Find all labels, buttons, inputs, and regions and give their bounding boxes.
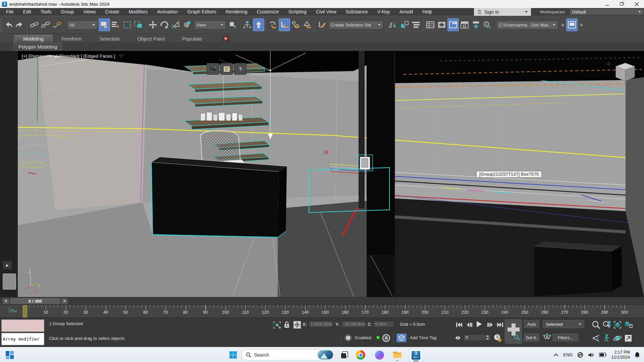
rectangular-selection-region-button[interactable]	[121, 18, 133, 31]
align-button[interactable]	[399, 18, 410, 31]
shelf-items[interactable]	[201, 112, 243, 121]
maxscript-mini-listener[interactable]	[1, 319, 44, 332]
menu-animation[interactable]: Animation	[152, 8, 182, 16]
redo-button[interactable]	[14, 18, 25, 31]
menu-help[interactable]: Help	[418, 8, 437, 16]
render-button[interactable]	[566, 18, 578, 31]
unlink-selection-icon[interactable]	[40, 18, 51, 31]
language-indicator[interactable]: ENG	[563, 352, 573, 357]
ribbon-tab-object-paint[interactable]: Object Paint	[128, 35, 173, 42]
selected-set-dropdown[interactable]: Selected	[543, 320, 584, 328]
edit-named-selection-sets-button[interactable]	[316, 18, 327, 31]
search-box[interactable]: Search	[241, 349, 335, 360]
start-button[interactable]	[227, 349, 239, 361]
color-swatch[interactable]	[3, 274, 16, 290]
menu-views[interactable]: Views	[78, 8, 100, 16]
render-setup-button[interactable]	[470, 18, 482, 31]
ribbon-tab-selection[interactable]: Selection	[91, 35, 129, 42]
selection-filter-dropdown[interactable]: All	[67, 20, 98, 29]
select-object-button[interactable]	[99, 18, 110, 31]
menu-customize[interactable]: Customize	[252, 8, 283, 16]
menu-group[interactable]: Group	[56, 8, 78, 16]
select-and-place-button[interactable]	[181, 18, 193, 31]
track-bar[interactable]: 0102030405060708090100110120130140150160…	[0, 305, 644, 318]
zoom-extents-icon[interactable]	[613, 320, 622, 329]
reference-coordinate-dropdown[interactable]: View	[194, 20, 226, 29]
previous-frame-button[interactable]: <	[3, 298, 9, 304]
clock[interactable]: 2:17 PM 12/1/2024	[611, 350, 630, 360]
menu-civil-view[interactable]: Civil View	[311, 8, 341, 16]
y-coordinate-field[interactable]: -32146.6cm	[341, 321, 365, 327]
toolbar-grip[interactable]	[1, 18, 2, 32]
menu-tools[interactable]: Tools	[36, 8, 56, 16]
zoom-all-icon[interactable]	[602, 320, 611, 329]
file-explorer-icon[interactable]	[391, 349, 404, 361]
curve-editor-button[interactable]	[436, 18, 447, 31]
add-time-tag-icon[interactable]	[396, 334, 407, 342]
minimize-button[interactable]	[600, 0, 614, 8]
plugin-button[interactable]	[222, 36, 229, 42]
close-button[interactable]	[629, 0, 644, 8]
key-filters-button[interactable]: Filters...	[553, 334, 578, 342]
named-selection-set-dropdown[interactable]: Create Selection Set	[328, 20, 383, 29]
key-filters-icon[interactable]	[543, 334, 551, 342]
scene-explorer-button[interactable]	[425, 18, 436, 31]
go-to-start-button[interactable]	[455, 321, 464, 329]
menu-scripting[interactable]: Scripting	[284, 8, 311, 16]
ribbon-tab-populate[interactable]: Populate	[173, 35, 211, 42]
perspective-viewport[interactable]: [+] [Perspective ] [Standard ] [Edged Fa…	[18, 51, 644, 297]
3ds-max-taskbar-icon[interactable]: 3MAX	[409, 349, 423, 362]
zoom-icon[interactable]	[592, 320, 600, 329]
trackbar-curves-icon[interactable]	[8, 307, 17, 315]
frame-indicator[interactable]: 0 / 300	[10, 298, 60, 304]
previous-frame-step-button[interactable]	[465, 321, 474, 329]
walk-through-icon[interactable]	[602, 334, 611, 343]
time-configuration-icon[interactable]	[493, 334, 502, 342]
project-folder-dropdown[interactable]: C:\Users\arma...\3ds Max 2024	[496, 20, 558, 29]
ribbon-tab-modeling[interactable]: Modeling	[14, 35, 53, 42]
isolate-selection-icon[interactable]	[273, 321, 281, 328]
dark-box[interactable]	[534, 241, 622, 296]
copilot-icon[interactable]	[373, 349, 386, 361]
notifications-bell-icon[interactable]	[635, 352, 640, 358]
search-highlight-thumbnail[interactable]	[318, 350, 333, 359]
set-key-button[interactable]: Set K.	[524, 334, 539, 342]
hidden-icons-chevron[interactable]	[554, 353, 558, 356]
undo-button[interactable]	[3, 18, 14, 31]
counter-box[interactable]	[151, 157, 287, 237]
orbit-icon[interactable]	[613, 334, 622, 343]
x-coordinate-field[interactable]: 12028.354c	[309, 321, 333, 327]
toolbar-overflow-chevron-2[interactable]: »	[580, 21, 583, 28]
set-keys-button[interactable]	[505, 319, 522, 344]
select-and-rotate-button[interactable]	[159, 18, 170, 31]
polygon-modeling-panel-tab[interactable]: Polygon Modeling	[13, 43, 62, 51]
angle-snap-toggle[interactable]	[290, 18, 302, 31]
play-button[interactable]	[474, 320, 484, 328]
menu-substance[interactable]: Substance	[341, 8, 373, 16]
select-and-manipulate-button[interactable]	[241, 18, 253, 31]
add-time-tag-label[interactable]: Add Time Tag	[410, 335, 436, 340]
viewport-canvas[interactable]	[18, 51, 644, 297]
current-frame-field[interactable]: 0	[464, 334, 491, 341]
battery-icon[interactable]	[599, 353, 606, 357]
go-to-end-button[interactable]	[496, 321, 504, 329]
snaps-toggle-3d-button[interactable]	[279, 18, 290, 31]
render-flyout-button[interactable]	[482, 18, 493, 31]
menu-v-ray[interactable]: V-Ray	[373, 8, 395, 16]
viewport-label[interactable]: [+] [Perspective ] [Standard ] [Edged Fa…	[22, 54, 115, 59]
help-button[interactable]: ?	[234, 63, 247, 75]
enabled-indicator[interactable]	[376, 336, 380, 339]
use-pivot-point-center-button[interactable]	[227, 18, 238, 31]
next-frame-button[interactable]: >	[61, 298, 68, 304]
list-options-button[interactable]	[220, 63, 233, 75]
menu-file[interactable]: File	[0, 8, 18, 16]
sign-in-button[interactable]: Sign In	[474, 8, 531, 16]
network-globe-icon[interactable]	[577, 352, 583, 358]
ribbon-tab-freeform[interactable]: Freeform	[53, 35, 91, 42]
degradation-counter-button[interactable]: 0	[382, 334, 390, 342]
menu-rendering[interactable]: Rendering	[221, 8, 252, 16]
mirror-button[interactable]	[387, 18, 399, 31]
menu-graph-editors[interactable]: Graph Editors	[182, 8, 221, 16]
material-editor-button[interactable]	[459, 18, 470, 31]
menu-modifiers[interactable]: Modifiers	[124, 8, 152, 16]
